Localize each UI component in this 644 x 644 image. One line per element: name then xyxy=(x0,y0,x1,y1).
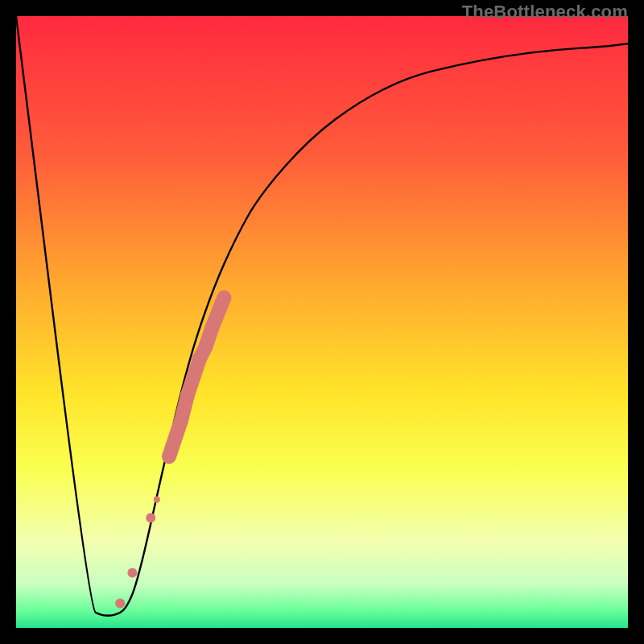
highlight-dot xyxy=(180,388,195,402)
highlight-dot xyxy=(154,496,160,502)
highlight-dot xyxy=(186,369,200,384)
highlight-dot xyxy=(115,599,125,609)
watermark-text: TheBottleneck.com xyxy=(462,2,628,23)
highlight-dot xyxy=(204,321,219,336)
highlight-dot xyxy=(163,451,175,462)
heatmap-background xyxy=(16,16,628,628)
bottleneck-chart xyxy=(16,16,628,628)
highlight-dot xyxy=(127,568,137,578)
highlight-dot xyxy=(217,291,230,304)
highlight-dot xyxy=(199,339,213,353)
highlight-dot xyxy=(174,413,188,427)
highlight-dot xyxy=(146,513,155,522)
